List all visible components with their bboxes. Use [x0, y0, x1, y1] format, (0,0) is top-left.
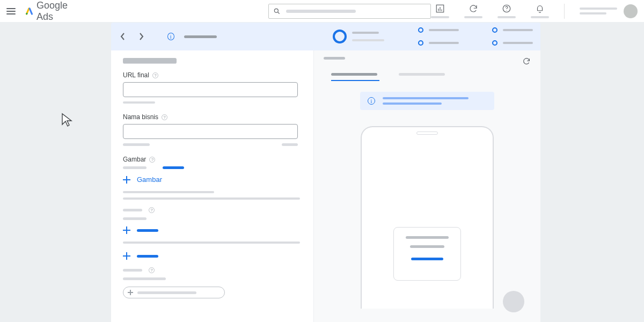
plus-icon [123, 252, 130, 260]
info-icon: i [167, 33, 174, 40]
logo[interactable]: Google Ads [25, 0, 83, 23]
url-final-input[interactable] [123, 82, 298, 97]
step-ring-active [333, 30, 347, 43]
preview-tab-active[interactable] [331, 73, 379, 81]
refresh-preview-button[interactable] [522, 57, 531, 65]
bell-icon [535, 4, 545, 13]
gambar-links [123, 166, 302, 169]
logo-text: Google Ads [36, 0, 83, 23]
account-switcher[interactable] [580, 4, 638, 18]
business-name-input[interactable] [123, 124, 298, 139]
add-item-label [137, 255, 158, 258]
search-icon [273, 8, 281, 15]
info-notice: i [360, 92, 494, 110]
section-title [123, 58, 177, 64]
form-panel: URL final ? Nama bisnis ? Gambar [111, 50, 314, 322]
helper-right [282, 143, 298, 146]
ads-logo-icon [25, 7, 33, 16]
plus-icon [123, 176, 130, 184]
help-icon[interactable]: ? [149, 267, 155, 273]
preview-tab-inactive[interactable] [399, 73, 447, 81]
svg-point-1 [275, 9, 279, 12]
header-actions [431, 4, 638, 19]
info-icon: i [368, 97, 375, 105]
business-name-label: Nama bisnis ? [123, 113, 302, 121]
svg-point-8 [506, 10, 507, 11]
chip-placeholder [137, 291, 196, 294]
nav-forward[interactable] [137, 32, 145, 41]
breadcrumb-text [184, 35, 217, 38]
svg-point-0 [26, 12, 28, 14]
gambar-option-2[interactable] [163, 166, 184, 169]
page-body: i [0, 23, 644, 322]
help-icon[interactable]: ? [152, 72, 158, 78]
menu-icon[interactable] [6, 8, 16, 14]
link-row [123, 217, 302, 220]
help-icon[interactable]: ? [162, 114, 167, 120]
section-label: ? [123, 267, 302, 273]
search-placeholder [286, 10, 356, 13]
header-action-help[interactable] [497, 4, 516, 18]
help-icon[interactable]: ? [149, 207, 155, 213]
separator [564, 4, 565, 19]
chart-icon [435, 4, 445, 13]
plus-icon [123, 226, 130, 234]
helper-left [123, 143, 150, 146]
search-input[interactable] [268, 4, 431, 19]
add-gambar-button[interactable]: Gambar [123, 175, 302, 184]
preview-label [324, 57, 345, 60]
add-item-button-2[interactable] [123, 252, 302, 260]
stepper-bar: i [111, 23, 540, 50]
gambar-option-1[interactable] [123, 166, 147, 169]
content-panels: URL final ? Nama bisnis ? Gambar [111, 50, 540, 322]
header-action-reports[interactable] [431, 4, 449, 18]
preview-tabs [331, 73, 531, 81]
help-icon[interactable]: ? [149, 157, 155, 163]
phone-preview [361, 126, 494, 309]
step-current[interactable] [333, 30, 384, 43]
add-item-button-1[interactable] [123, 226, 302, 234]
divider [123, 241, 300, 244]
add-item-label [137, 229, 158, 232]
step-2[interactable] [418, 27, 459, 46]
url-final-label: URL final ? [123, 71, 302, 79]
help-icon [502, 4, 511, 13]
refresh-icon [469, 4, 478, 13]
avatar [624, 4, 638, 18]
cursor-icon [61, 113, 74, 129]
step-3[interactable] [492, 27, 533, 46]
top-header: Google Ads [0, 0, 644, 23]
gambar-label: Gambar ? [123, 156, 302, 163]
ad-card-preview [393, 227, 461, 281]
chip-input[interactable] [123, 287, 225, 298]
preview-panel: i [314, 50, 540, 322]
nav-back[interactable] [119, 32, 127, 41]
svg-line-2 [278, 12, 280, 13]
header-action-refresh[interactable] [464, 4, 482, 18]
phone-speaker [416, 131, 438, 135]
plus-icon [128, 290, 133, 295]
add-gambar-label: Gambar [137, 175, 162, 184]
section-label: ? [123, 207, 302, 213]
header-action-notifications[interactable] [531, 4, 549, 18]
fab-button[interactable] [503, 291, 524, 312]
